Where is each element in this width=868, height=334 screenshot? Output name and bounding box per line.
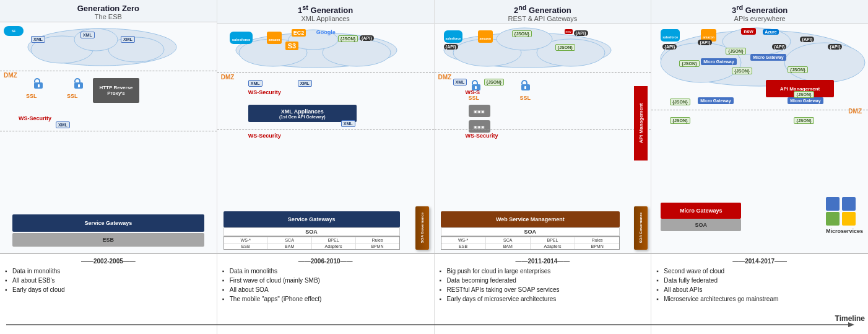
- service-gateways-box-gen0: Service Gateways: [12, 214, 204, 232]
- ms-block-4: [842, 212, 856, 226]
- gen1-bullet-1: Data in monoliths: [222, 267, 429, 275]
- gen2-title: 2nd Generation: [437, 4, 649, 15]
- dashed-line2-gen0: [0, 131, 217, 131]
- gen1-col: 1st Generation XML Appliances salesforce…: [217, 0, 435, 253]
- json-badge-gen3-5: {JSON}: [670, 99, 690, 105]
- dmz-label-gen0: DMZ: [4, 72, 17, 79]
- timeline-section: ——2002-2005—— Data in monoliths All abou…: [0, 253, 868, 334]
- mini-table-gen2: WS-* SCA BPEL Rules ESB BAM Adapters BPM…: [441, 236, 620, 250]
- s3-gen1: S3: [285, 42, 298, 50]
- dmz-label-gen2: DMZ: [438, 74, 452, 81]
- ms-block-1: [826, 197, 840, 211]
- api-badge-gen3-5: {API}: [828, 44, 842, 50]
- ec2-gen1: EC2: [292, 29, 306, 37]
- ssl-gen2-1: SSL: [469, 95, 480, 101]
- soa-label-gen1: SOA: [224, 227, 400, 236]
- xml-badge-gen1-3: XML: [341, 120, 355, 127]
- gen2-diagram: salesforce amazon {API} {JSON} {JSON} {A…: [435, 24, 651, 253]
- micro-gateways-box: Micro Gateways: [661, 203, 741, 219]
- router-gen2-1: ▣▣▣: [469, 105, 490, 117]
- service-gateways-area-gen1: Service Gateways SOA WS-* SCA BPEL Rules: [224, 211, 400, 250]
- gen2-bullet-2: Data becoming federated: [440, 276, 646, 284]
- json-badge-gen2-3: {JSON}: [484, 79, 505, 86]
- gen0-bullet-3: Early days of cloud: [5, 286, 212, 294]
- json-badge-gen3-3: {JSON}: [732, 68, 752, 74]
- dmz-label-gen3: DMZ: [848, 108, 862, 115]
- dashed-line-gen1: [217, 73, 434, 73]
- api-badge-gen3-4: {API}: [800, 37, 814, 42]
- lock-ssl-right: [74, 78, 83, 89]
- micro-gw-cloud-2: Micro Gateway: [750, 54, 786, 61]
- new-badge-gen2: new: [565, 29, 573, 34]
- api-badge-gen2-2: {API}: [574, 30, 588, 36]
- gen0-diagram: SF XML XML XML DMZ: [0, 22, 217, 253]
- service-gateways-box-gen1: Service Gateways: [224, 211, 400, 227]
- gen3-sup: rd: [736, 4, 743, 11]
- gen1-bullet-4: The mobile "apps" (iPhone effect): [222, 295, 429, 303]
- json-badge-gen3-7: {JSON}: [670, 117, 690, 124]
- json-badge-gen3-2: {JSON}: [679, 60, 700, 67]
- dashed-line2-gen2: [435, 130, 651, 130]
- json-badge-gen3-8: {JSON}: [794, 117, 814, 124]
- xml-badge-gen2: XML: [453, 79, 467, 86]
- xml-badge-below: XML: [56, 121, 70, 128]
- xml-badge-3: XML: [121, 36, 135, 43]
- ws-security-gen0: WS-Security: [19, 115, 51, 121]
- amazon-gen2: amazon: [478, 30, 493, 43]
- web-service-mgmt-box: Web Service Management: [441, 211, 620, 227]
- dashed-line-gen3: [651, 110, 868, 110]
- gen3-col: 3rd Generation APIs everywhere salesforc…: [651, 0, 868, 253]
- gen0-header: Generation Zero The ESB: [0, 0, 217, 22]
- dashed-line-gen2: [435, 73, 651, 73]
- new-gen3: new: [741, 28, 756, 35]
- gen3-bullet-2: Data fully federated: [656, 276, 863, 284]
- gen0-title: Generation Zero: [2, 4, 214, 13]
- soa-governance-gen2: SOA Governance: [634, 206, 648, 250]
- gen2-bullet-4: Early days of microservice architectures: [440, 295, 646, 303]
- gen2-bullet-3: RESTful APIs taking over SOAP services: [440, 286, 646, 294]
- dmz-label-gen1: DMZ: [221, 74, 235, 81]
- cloud-gen2: [435, 24, 651, 74]
- generations-row: Generation Zero The ESB SF XML XML XM: [0, 0, 868, 253]
- gen0-period: ——2002-2005——: [5, 258, 212, 265]
- soa-box-gen3: SOA: [661, 219, 741, 231]
- gen3-bullet-1: Second wave of cloud: [656, 267, 863, 275]
- gen1-header: 1st Generation XML Appliances: [217, 0, 434, 24]
- gen2-bullet-1: Big push for cloud in large enterprises: [440, 267, 646, 275]
- gen0-bullet-2: All about ESB's: [5, 276, 212, 284]
- mini-table-gen1: WS-* SCA BPEL Rules ESB BAM Adapters BPM…: [224, 236, 400, 250]
- gen3-diagram: salesforce amazon new Azure {API} {API} …: [651, 24, 868, 253]
- xml-appliances-box: XML Appliances (1st Gen API Gateway): [248, 105, 357, 122]
- gen2-header: 2nd Generation REST & API Gateways: [435, 0, 651, 24]
- salesforce-gen2: salesforce: [444, 30, 463, 43]
- gen1-bullet-3: All about SOA: [222, 286, 429, 294]
- micro-gw-cloud-1: Micro Gateway: [701, 58, 736, 65]
- api-badge-gen3-1: {API}: [662, 44, 677, 50]
- json-badge-gen3-4: {JSON}: [788, 66, 808, 73]
- gen0-col: Generation Zero The ESB SF XML XML XM: [0, 0, 217, 253]
- json-badge-gen2-1: {JSON}: [512, 30, 532, 37]
- lock-gen2-2: [521, 80, 530, 90]
- gen3-header: 3rd Generation APIs everywhere: [651, 0, 868, 24]
- microservices-area: Microservices: [826, 197, 863, 247]
- json-badge-gen1: {JSON}: [338, 35, 358, 42]
- azure-gen3: Azure: [763, 29, 778, 35]
- ssl-gen2-2: SSL: [520, 95, 531, 101]
- service-gateways-area-gen0: Service Gateways ESB: [12, 214, 204, 247]
- xml-badge-2: XML: [80, 32, 95, 38]
- ws-security-gen2: WS-Security: [466, 133, 498, 139]
- api-mgmt-gen2: API Management: [634, 86, 648, 160]
- ws-security-gen1-2: WS-Security: [248, 133, 281, 139]
- dashed-line2-gen1: [217, 130, 434, 130]
- json-badge-gen2-2: {JSON}: [555, 44, 576, 51]
- dashed-line-gen0: [0, 71, 217, 71]
- microservices-label: Microservices: [826, 228, 863, 234]
- api-badge-gen2-1: {API}: [444, 44, 458, 50]
- soa-governance-gen1: SOA Governance: [415, 206, 429, 250]
- router-gen2-2: ▣▣▣: [469, 120, 490, 133]
- ms-block-3: [826, 212, 840, 226]
- api-badge-gen1: {API}: [360, 35, 374, 41]
- microservices-grid: [826, 197, 857, 226]
- gen2-col: 2nd Generation REST & API Gateways sales…: [435, 0, 652, 253]
- cloud-gen0: [0, 22, 217, 72]
